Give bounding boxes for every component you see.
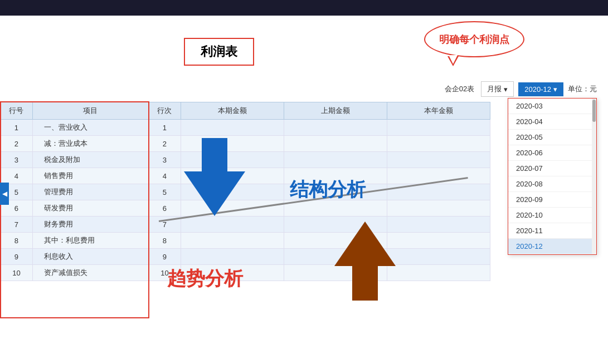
cell-prior <box>284 136 387 152</box>
dropdown-item[interactable]: 2020-08 <box>508 176 596 192</box>
period-type-label: 月报 <box>487 84 502 94</box>
cell-seq: 9 <box>149 249 181 265</box>
dropdown-scrollbar[interactable] <box>592 99 596 254</box>
cell-yearly <box>387 249 490 265</box>
profit-table: 行号 项目 行次 本期金额 上期金额 本年金额 1 一、营业收入 1 2 减：营… <box>0 102 490 281</box>
main-content: 明确每个利润点 利润表 会企02表 月报 ▾ 2020-12 ▾ 单位：元 行号… <box>0 16 608 364</box>
cell-yearly <box>387 120 490 136</box>
cell-id: 7 <box>1 217 33 233</box>
cell-seq: 1 <box>149 120 181 136</box>
dropdown-item[interactable]: 2020-09 <box>508 192 596 208</box>
cell-yearly <box>387 152 490 168</box>
table-row: 4 销售费用 4 <box>1 168 490 184</box>
dropdown-item[interactable]: 2020-05 <box>508 130 596 145</box>
dropdown-items: 2020-032020-042020-052020-062020-072020-… <box>508 99 596 254</box>
callout-bubble: 明确每个利润点 <box>424 21 524 57</box>
cell-yearly <box>387 217 490 233</box>
cell-name: 一、营业收入 <box>32 120 148 136</box>
cell-name: 财务费用 <box>32 217 148 233</box>
cell-id: 10 <box>1 265 33 281</box>
table-row: 5 管理费用 5 <box>1 184 490 200</box>
cell-prior <box>284 120 387 136</box>
dropdown-item[interactable]: 2020-04 <box>508 114 596 130</box>
cell-yearly <box>387 136 490 152</box>
cell-name: 其中：利息费用 <box>32 233 148 249</box>
cell-id: 1 <box>1 120 33 136</box>
controls-bar: 会企02表 月报 ▾ 2020-12 ▾ 单位：元 <box>445 81 597 97</box>
cell-current <box>181 233 284 249</box>
col-header-seq: 行次 <box>149 102 181 120</box>
cell-id: 3 <box>1 152 33 168</box>
dropdown-scrollbar-thumb <box>592 100 596 122</box>
table-header-row: 行号 项目 行次 本期金额 上期金额 本年金额 <box>1 102 490 120</box>
cell-prior <box>284 152 387 168</box>
cell-seq: 3 <box>149 152 181 168</box>
selected-period-chevron: ▾ <box>553 85 557 94</box>
cell-yearly <box>387 200 490 217</box>
cell-name: 资产减值损失 <box>32 265 148 281</box>
cell-seq: 8 <box>149 233 181 249</box>
cell-current <box>181 136 284 152</box>
period-type-chevron: ▾ <box>504 85 508 94</box>
trend-analysis-text: 趋势分析 <box>167 266 243 292</box>
arrow-down-blue <box>184 171 245 216</box>
cell-current <box>181 152 284 168</box>
dropdown-panel: 2020-032020-042020-052020-062020-072020-… <box>508 98 597 255</box>
cell-yearly <box>387 233 490 249</box>
cell-name: 利息收入 <box>32 249 148 265</box>
cell-id: 8 <box>1 233 33 249</box>
dropdown-item[interactable]: 2020-07 <box>508 161 596 176</box>
col-header-name: 项目 <box>32 102 148 120</box>
cell-current <box>181 217 284 233</box>
cell-name: 管理费用 <box>32 184 148 200</box>
cell-name: 税金及附加 <box>32 152 148 168</box>
table-row: 3 税金及附加 3 <box>1 152 490 168</box>
col-header-yearly: 本年金额 <box>387 102 490 120</box>
table-row: 2 减：营业成本 2 <box>1 136 490 152</box>
cell-seq: 2 <box>149 136 181 152</box>
dropdown-item[interactable]: 2020-03 <box>508 99 596 114</box>
company-label: 会企02表 <box>445 84 474 94</box>
cell-seq: 5 <box>149 184 181 200</box>
side-expand-tab[interactable]: ◀ <box>0 183 9 205</box>
arrow-up-brown-shaft <box>352 264 378 301</box>
cell-seq: 4 <box>149 168 181 184</box>
table-row: 10 资产减值损失 10 <box>1 265 490 281</box>
expand-icon: ◀ <box>2 190 7 198</box>
dropdown-item[interactable]: 2020-12 <box>508 239 596 254</box>
selected-period-select[interactable]: 2020-12 ▾ <box>518 82 563 96</box>
cell-current <box>181 120 284 136</box>
arrow-down-blue-shaft <box>202 138 227 174</box>
table-row: 8 其中：利息费用 8 <box>1 233 490 249</box>
cell-current <box>181 249 284 265</box>
unit-label: 单位：元 <box>568 84 597 94</box>
cell-name: 研发费用 <box>32 200 148 217</box>
dropdown-item[interactable]: 2020-06 <box>508 145 596 161</box>
table-row: 7 财务费用 7 <box>1 217 490 233</box>
table-body: 1 一、营业收入 1 2 减：营业成本 2 3 税金及附加 3 4 销售费用 4… <box>1 120 490 281</box>
cell-seq: 6 <box>149 200 181 217</box>
period-type-select[interactable]: 月报 ▾ <box>481 81 514 97</box>
cell-id: 4 <box>1 168 33 184</box>
cell-yearly <box>387 265 490 281</box>
col-header-current: 本期金额 <box>181 102 284 120</box>
dropdown-item[interactable]: 2020-11 <box>508 223 596 239</box>
dropdown-item[interactable]: 2020-10 <box>508 208 596 223</box>
cell-id: 2 <box>1 136 33 152</box>
top-bar <box>0 0 608 16</box>
cell-name: 减：营业成本 <box>32 136 148 152</box>
col-header-prior: 上期金额 <box>284 102 387 120</box>
table-row: 9 利息收入 9 <box>1 249 490 265</box>
title-box: 利润表 <box>184 38 254 66</box>
selected-period-label: 2020-12 <box>524 85 551 94</box>
arrow-up-brown <box>334 222 396 266</box>
table-wrapper: 行号 项目 行次 本期金额 上期金额 本年金额 1 一、营业收入 1 2 减：营… <box>0 102 490 281</box>
cell-id: 9 <box>1 249 33 265</box>
title-text: 利润表 <box>201 45 237 58</box>
col-header-id: 行号 <box>1 102 33 120</box>
table-row: 1 一、营业收入 1 <box>1 120 490 136</box>
structure-analysis-text: 结构分析 <box>290 177 366 203</box>
callout-text: 明确每个利润点 <box>439 33 509 46</box>
cell-name: 销售费用 <box>32 168 148 184</box>
